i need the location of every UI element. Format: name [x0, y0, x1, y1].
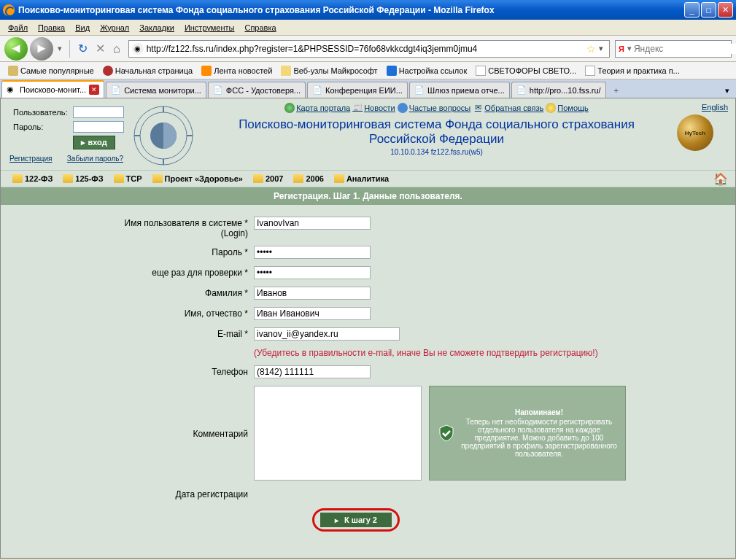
- menu-tools[interactable]: Инструменты: [179, 22, 240, 34]
- email-warning: (Убедитесь в правильности e-mail, иначе …: [252, 345, 719, 361]
- login-box: Пользователь: Пароль: ▸ вход Регистрация…: [8, 103, 125, 168]
- menu-history[interactable]: Журнал: [95, 22, 134, 34]
- submit-highlight: К шагу 2: [312, 508, 400, 532]
- help-icon: [546, 103, 556, 113]
- folder-analytics[interactable]: Аналитика: [330, 173, 393, 184]
- phone-label: Телефон: [17, 362, 250, 381]
- english-link[interactable]: English: [702, 103, 728, 112]
- window-titlebar: Поисково-мониторинговая система Фонда со…: [0, 0, 736, 20]
- email-label: E-mail *: [17, 324, 250, 343]
- tab-favicon: 📄: [213, 85, 223, 96]
- menu-bookmarks[interactable]: Закладки: [134, 22, 179, 34]
- bookmark-theory[interactable]: Теория и практика п...: [581, 64, 683, 77]
- folder-2007[interactable]: 2007: [249, 173, 287, 184]
- bookmark-links[interactable]: Настройка ссылок: [383, 64, 471, 77]
- tab-favicon: 📄: [414, 85, 425, 96]
- home-page-icon: [103, 66, 113, 76]
- nav-faq[interactable]: Частые вопросы: [398, 103, 471, 113]
- tab-1[interactable]: 📄Система монитори...: [106, 82, 206, 98]
- forgot-link[interactable]: Забыли пароль?: [67, 155, 123, 163]
- tab-3[interactable]: 📄Конференция ЕИИ...: [307, 82, 408, 98]
- bookmark-star-icon[interactable]: ☆: [586, 43, 596, 55]
- bookmark-popular[interactable]: Самые популярные: [4, 64, 98, 77]
- login-button[interactable]: ▸ вход: [73, 136, 115, 149]
- minimize-button[interactable]: _: [684, 2, 700, 18]
- question-icon: [398, 103, 408, 113]
- new-tab-button[interactable]: +: [608, 83, 625, 98]
- site-icon: ◉: [132, 43, 144, 55]
- search-box[interactable]: Я ▾ 🔍: [615, 40, 732, 58]
- menu-help[interactable]: Справка: [239, 22, 281, 34]
- forward-button[interactable]: ►: [30, 37, 53, 61]
- window-buttons: _ □ ✕: [684, 2, 733, 18]
- url-bar[interactable]: ◉ ☆ ▾: [128, 40, 610, 58]
- bookmark-news[interactable]: Лента новостей: [198, 64, 276, 77]
- folder-122[interactable]: 122-ФЗ: [8, 173, 57, 184]
- menu-view[interactable]: Вид: [70, 22, 95, 34]
- page-header: Пользователь: Пароль: ▸ вход Регистрация…: [1, 98, 735, 170]
- house-icon: 🏠: [713, 173, 728, 185]
- header-right: English HyTech: [677, 103, 728, 168]
- comment-label: Комментарий: [17, 383, 250, 483]
- firstname-field[interactable]: [254, 307, 371, 320]
- tab-favicon: 📄: [516, 85, 527, 96]
- folder-health[interactable]: Проект «Здоровье»: [148, 173, 247, 184]
- nav-news[interactable]: 📰Новости: [352, 103, 395, 113]
- password2-field[interactable]: [254, 266, 371, 279]
- bookmark-home[interactable]: Начальная страница: [99, 64, 196, 77]
- nav-map[interactable]: Карта портала: [284, 103, 350, 113]
- stop-button[interactable]: ✕: [93, 39, 108, 58]
- lastname-field[interactable]: [254, 287, 371, 300]
- reload-button[interactable]: ↻: [75, 39, 90, 58]
- bookmark-ms[interactable]: Веб-узлы Майкрософт: [277, 64, 381, 77]
- folder-icon: [152, 174, 163, 183]
- search-engine-dropdown[interactable]: ▾: [627, 44, 634, 53]
- user-input[interactable]: [73, 106, 124, 118]
- menu-file[interactable]: Файл: [3, 22, 33, 34]
- url-input[interactable]: [147, 44, 586, 54]
- folder-tcp[interactable]: TCP: [109, 173, 147, 184]
- bookmarks-toolbar: Самые популярные Начальная страница Лент…: [0, 62, 736, 79]
- home-button[interactable]: ⌂: [110, 39, 123, 58]
- bookmark-traffic[interactable]: СВЕТОФОРЫ СВЕТО...: [472, 64, 580, 77]
- mail-icon: ✉: [473, 103, 483, 113]
- nav-dropdown[interactable]: ▾: [55, 44, 64, 53]
- tab-0[interactable]: ◉Поисково-монит...✕: [1, 80, 104, 98]
- next-step-button[interactable]: К шагу 2: [320, 513, 392, 527]
- user-label: Пользователь:: [11, 106, 69, 119]
- close-button[interactable]: ✕: [718, 2, 733, 18]
- tab-close-icon[interactable]: ✕: [89, 85, 99, 95]
- separator: [69, 40, 70, 58]
- hytech-logo: HyTech: [677, 114, 713, 151]
- firstname-label: Имя, отчество *: [17, 304, 250, 323]
- tab-list-dropdown[interactable]: ▾: [720, 83, 735, 98]
- login-field[interactable]: [254, 217, 371, 230]
- back-button[interactable]: ◄: [4, 37, 28, 61]
- register-link[interactable]: Регистрация: [9, 155, 52, 163]
- phone-field[interactable]: [254, 365, 371, 378]
- search-input[interactable]: [634, 44, 736, 54]
- reminder-box: Напоминаем! Теперь нет необходимости рег…: [429, 386, 626, 481]
- shield-check-icon: [437, 424, 456, 443]
- tab-4[interactable]: 📄Шлюз приема отче...: [409, 82, 510, 98]
- tab-2[interactable]: 📄ФСС - Удостоверя...: [208, 82, 306, 98]
- nav-feedback[interactable]: ✉Обратная связь: [473, 103, 543, 113]
- email-field[interactable]: [254, 327, 400, 341]
- comment-field[interactable]: [254, 386, 422, 481]
- url-dropdown[interactable]: ▾: [596, 44, 606, 53]
- menu-bar: Файл Правка Вид Журнал Закладки Инструме…: [0, 20, 736, 36]
- pass-input[interactable]: [73, 121, 124, 133]
- fss-seal: [131, 103, 196, 168]
- tab-5[interactable]: 📄http://pro...10.fss.ru/: [511, 82, 606, 98]
- password-field[interactable]: [254, 246, 371, 259]
- reminder-title: Напоминаем!: [460, 408, 618, 416]
- reminder-text: Теперь нет необходимости регистрировать …: [460, 418, 618, 458]
- tab-favicon: 📄: [312, 85, 322, 96]
- nav-help[interactable]: Помощь: [546, 103, 589, 113]
- folder-125[interactable]: 125-ФЗ: [58, 173, 107, 184]
- folder-home[interactable]: 🏠: [713, 172, 728, 186]
- globe-icon: [284, 103, 295, 113]
- folder-2006[interactable]: 2006: [289, 173, 328, 184]
- menu-edit[interactable]: Правка: [33, 22, 70, 34]
- maximize-button[interactable]: □: [701, 2, 716, 18]
